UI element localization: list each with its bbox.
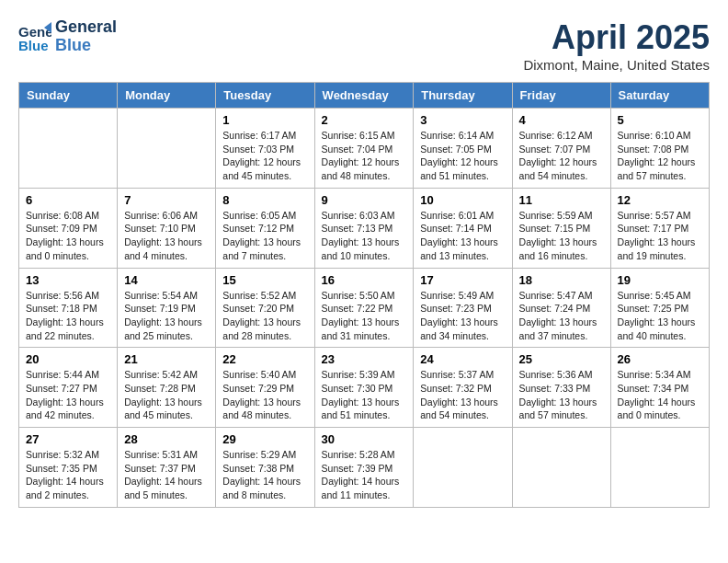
calendar-cell: 26Sunrise: 5:34 AM Sunset: 7:34 PM Dayli…: [610, 348, 709, 428]
calendar-cell: 25Sunrise: 5:36 AM Sunset: 7:33 PM Dayli…: [512, 348, 610, 428]
title-block: April 2025 Dixmont, Maine, United States: [523, 18, 710, 73]
day-info: Sunrise: 5:54 AM Sunset: 7:19 PM Dayligh…: [124, 289, 209, 343]
calendar-cell: 22Sunrise: 5:40 AM Sunset: 7:29 PM Dayli…: [216, 348, 314, 428]
calendar-cell: 9Sunrise: 6:03 AM Sunset: 7:13 PM Daylig…: [314, 188, 414, 268]
calendar-cell: 12Sunrise: 5:57 AM Sunset: 7:17 PM Dayli…: [610, 188, 709, 268]
day-number: 12: [618, 193, 702, 207]
day-number: 5: [618, 113, 702, 127]
weekday-header-saturday: Saturday: [610, 83, 709, 109]
calendar-cell: 29Sunrise: 5:29 AM Sunset: 7:38 PM Dayli…: [216, 428, 314, 508]
weekday-header-thursday: Thursday: [414, 83, 512, 109]
day-number: 9: [322, 193, 407, 207]
day-number: 18: [519, 273, 604, 287]
day-info: Sunrise: 6:17 AM Sunset: 7:03 PM Dayligh…: [222, 129, 307, 183]
calendar-cell: 4Sunrise: 6:12 AM Sunset: 7:07 PM Daylig…: [512, 109, 610, 189]
calendar-cell: 19Sunrise: 5:45 AM Sunset: 7:25 PM Dayli…: [610, 268, 709, 348]
calendar-cell: 24Sunrise: 5:37 AM Sunset: 7:32 PM Dayli…: [414, 348, 512, 428]
day-number: 3: [420, 113, 505, 127]
day-number: 1: [222, 113, 307, 127]
calendar-cell: [118, 109, 216, 189]
day-info: Sunrise: 5:56 AM Sunset: 7:18 PM Dayligh…: [26, 289, 110, 343]
day-number: 19: [618, 273, 702, 287]
calendar-cell: [610, 428, 709, 508]
day-number: 13: [26, 273, 110, 287]
calendar-cell: 5Sunrise: 6:10 AM Sunset: 7:08 PM Daylig…: [610, 109, 709, 189]
day-info: Sunrise: 5:40 AM Sunset: 7:29 PM Dayligh…: [222, 368, 307, 422]
day-number: 27: [26, 432, 110, 446]
calendar-cell: [414, 428, 512, 508]
day-info: Sunrise: 6:12 AM Sunset: 7:07 PM Dayligh…: [519, 129, 604, 183]
day-info: Sunrise: 6:01 AM Sunset: 7:14 PM Dayligh…: [420, 209, 505, 263]
day-number: 24: [420, 352, 505, 366]
month-title: April 2025: [523, 18, 710, 57]
day-info: Sunrise: 5:45 AM Sunset: 7:25 PM Dayligh…: [618, 289, 702, 343]
day-number: 14: [124, 273, 209, 287]
logo-text-line1: General: [55, 18, 117, 37]
calendar-cell: 15Sunrise: 5:52 AM Sunset: 7:20 PM Dayli…: [216, 268, 314, 348]
day-info: Sunrise: 6:10 AM Sunset: 7:08 PM Dayligh…: [618, 129, 702, 183]
weekday-header-row: SundayMondayTuesdayWednesdayThursdayFrid…: [19, 83, 710, 109]
page-header: General Blue General Blue April 2025 Dix…: [18, 18, 710, 73]
day-number: 30: [322, 432, 407, 446]
day-info: Sunrise: 5:44 AM Sunset: 7:27 PM Dayligh…: [26, 368, 110, 422]
day-info: Sunrise: 5:32 AM Sunset: 7:35 PM Dayligh…: [26, 448, 110, 502]
calendar-cell: 28Sunrise: 5:31 AM Sunset: 7:37 PM Dayli…: [118, 428, 216, 508]
calendar-cell: 1Sunrise: 6:17 AM Sunset: 7:03 PM Daylig…: [216, 109, 314, 189]
day-info: Sunrise: 6:08 AM Sunset: 7:09 PM Dayligh…: [26, 209, 110, 263]
day-number: 7: [124, 193, 209, 207]
day-info: Sunrise: 5:34 AM Sunset: 7:34 PM Dayligh…: [618, 368, 702, 422]
day-number: 8: [222, 193, 307, 207]
weekday-header-monday: Monday: [118, 83, 216, 109]
day-info: Sunrise: 6:03 AM Sunset: 7:13 PM Dayligh…: [322, 209, 407, 263]
weekday-header-sunday: Sunday: [19, 83, 118, 109]
day-info: Sunrise: 5:28 AM Sunset: 7:39 PM Dayligh…: [322, 448, 407, 502]
day-info: Sunrise: 5:29 AM Sunset: 7:38 PM Dayligh…: [222, 448, 307, 502]
calendar-cell: 27Sunrise: 5:32 AM Sunset: 7:35 PM Dayli…: [19, 428, 118, 508]
calendar-cell: 17Sunrise: 5:49 AM Sunset: 7:23 PM Dayli…: [414, 268, 512, 348]
calendar-cell: 18Sunrise: 5:47 AM Sunset: 7:24 PM Dayli…: [512, 268, 610, 348]
day-number: 6: [26, 193, 110, 207]
calendar-week-row: 13Sunrise: 5:56 AM Sunset: 7:18 PM Dayli…: [19, 268, 710, 348]
location-text: Dixmont, Maine, United States: [523, 57, 710, 73]
calendar-week-row: 27Sunrise: 5:32 AM Sunset: 7:35 PM Dayli…: [19, 428, 710, 508]
day-number: 2: [322, 113, 407, 127]
day-info: Sunrise: 5:37 AM Sunset: 7:32 PM Dayligh…: [420, 368, 505, 422]
calendar-cell: 16Sunrise: 5:50 AM Sunset: 7:22 PM Dayli…: [314, 268, 414, 348]
day-info: Sunrise: 5:47 AM Sunset: 7:24 PM Dayligh…: [519, 289, 604, 343]
day-number: 22: [222, 352, 307, 366]
day-info: Sunrise: 6:14 AM Sunset: 7:05 PM Dayligh…: [420, 129, 505, 183]
calendar-cell: [512, 428, 610, 508]
day-info: Sunrise: 5:36 AM Sunset: 7:33 PM Dayligh…: [519, 368, 604, 422]
day-number: 26: [618, 352, 702, 366]
day-number: 20: [26, 352, 110, 366]
calendar-cell: 7Sunrise: 6:06 AM Sunset: 7:10 PM Daylig…: [118, 188, 216, 268]
day-number: 28: [124, 432, 209, 446]
day-number: 10: [420, 193, 505, 207]
calendar-cell: 6Sunrise: 6:08 AM Sunset: 7:09 PM Daylig…: [19, 188, 118, 268]
logo: General Blue General Blue: [18, 18, 117, 55]
day-number: 23: [322, 352, 407, 366]
calendar-cell: 23Sunrise: 5:39 AM Sunset: 7:30 PM Dayli…: [314, 348, 414, 428]
day-info: Sunrise: 5:49 AM Sunset: 7:23 PM Dayligh…: [420, 289, 505, 343]
weekday-header-wednesday: Wednesday: [314, 83, 414, 109]
day-number: 25: [519, 352, 604, 366]
day-number: 21: [124, 352, 209, 366]
calendar-cell: 20Sunrise: 5:44 AM Sunset: 7:27 PM Dayli…: [19, 348, 118, 428]
day-info: Sunrise: 5:52 AM Sunset: 7:20 PM Dayligh…: [222, 289, 307, 343]
calendar-cell: 11Sunrise: 5:59 AM Sunset: 7:15 PM Dayli…: [512, 188, 610, 268]
calendar-table: SundayMondayTuesdayWednesdayThursdayFrid…: [18, 82, 710, 508]
calendar-week-row: 6Sunrise: 6:08 AM Sunset: 7:09 PM Daylig…: [19, 188, 710, 268]
calendar-cell: 30Sunrise: 5:28 AM Sunset: 7:39 PM Dayli…: [314, 428, 414, 508]
calendar-week-row: 1Sunrise: 6:17 AM Sunset: 7:03 PM Daylig…: [19, 109, 710, 189]
calendar-cell: 10Sunrise: 6:01 AM Sunset: 7:14 PM Dayli…: [414, 188, 512, 268]
logo-text-line2: Blue: [55, 37, 117, 55]
calendar-cell: [19, 109, 118, 189]
day-number: 11: [519, 193, 604, 207]
day-info: Sunrise: 5:31 AM Sunset: 7:37 PM Dayligh…: [124, 448, 209, 502]
day-info: Sunrise: 5:42 AM Sunset: 7:28 PM Dayligh…: [124, 368, 209, 422]
day-info: Sunrise: 5:39 AM Sunset: 7:30 PM Dayligh…: [322, 368, 407, 422]
weekday-header-tuesday: Tuesday: [216, 83, 314, 109]
calendar-cell: 3Sunrise: 6:14 AM Sunset: 7:05 PM Daylig…: [414, 109, 512, 189]
day-number: 16: [322, 273, 407, 287]
weekday-header-friday: Friday: [512, 83, 610, 109]
